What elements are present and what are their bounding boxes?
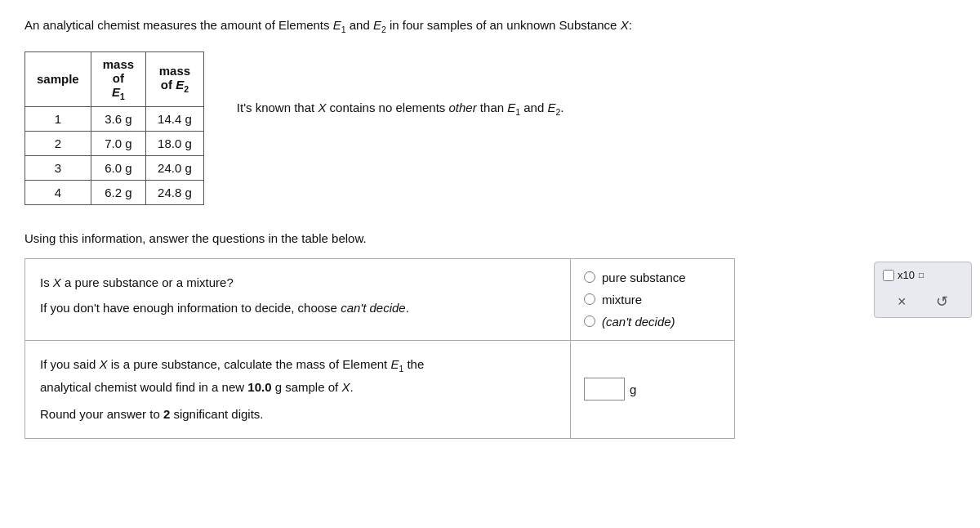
- e1-3: 6.0 g: [91, 155, 145, 180]
- radio-mixture[interactable]: [584, 293, 595, 305]
- cant-decide-label: (can't decide): [602, 315, 675, 329]
- e2-4: 24.8 g: [146, 180, 204, 204]
- table-row: 2 7.0 g 18.0 g: [25, 131, 204, 155]
- x10-text: x10: [898, 269, 915, 281]
- sample-4: 4: [25, 180, 91, 204]
- question-row-1: Is X a pure substance or a mixture? If y…: [24, 258, 735, 341]
- question-2-text: If you said X is a pure substance, calcu…: [25, 341, 571, 438]
- option-pure-substance[interactable]: pure substance: [584, 271, 721, 284]
- using-text: Using this information, answer the quest…: [24, 231, 956, 245]
- question-1-text: Is X a pure substance or a mixture? If y…: [25, 259, 571, 340]
- sample-2: 2: [25, 131, 91, 155]
- option-mixture[interactable]: mixture: [584, 293, 721, 307]
- x10-checkbox[interactable]: [883, 270, 894, 281]
- table-row: 1 3.6 g 14.4 g: [25, 106, 204, 131]
- radio-pure-substance[interactable]: [584, 271, 595, 283]
- e1-1: 3.6 g: [91, 106, 145, 131]
- e2-3: 24.0 g: [146, 155, 204, 180]
- col-header-e1: massofE1: [91, 51, 145, 106]
- data-table: sample massofE1 massof E2 1 3.6 g 14.4 g…: [24, 51, 204, 205]
- question-2-answer: g: [571, 341, 734, 438]
- side-panel: x10 □ × ↺: [874, 262, 972, 318]
- sample-3: 3: [25, 155, 91, 180]
- col-header-e2: massof E2: [146, 51, 204, 106]
- data-table-wrapper: sample massofE1 massof E2 1 3.6 g 14.4 g…: [24, 51, 204, 205]
- question-1-options: pure substance mixture (can't decide): [571, 259, 734, 340]
- question-row-2: If you said X is a pure substance, calcu…: [24, 341, 735, 439]
- pure-substance-label: pure substance: [602, 271, 686, 284]
- intro-text: An analytical chemist measures the amoun…: [24, 16, 956, 37]
- table-row: 4 6.2 g 24.8 g: [25, 180, 204, 204]
- x10-row: x10 □: [883, 269, 963, 281]
- answer-input[interactable]: [584, 378, 625, 400]
- sample-1: 1: [25, 106, 91, 131]
- table-row: 3 6.0 g 24.0 g: [25, 155, 204, 180]
- option-cant-decide[interactable]: (can't decide): [584, 315, 721, 329]
- e1-2: 7.0 g: [91, 131, 145, 155]
- side-panel-buttons: × ↺: [883, 293, 963, 311]
- col-header-sample: sample: [25, 51, 91, 106]
- close-button[interactable]: ×: [898, 293, 906, 311]
- e2-1: 14.4 g: [146, 106, 204, 131]
- x10-superscript: □: [919, 271, 924, 280]
- radio-cant-decide[interactable]: [584, 315, 595, 327]
- e1-4: 6.2 g: [91, 180, 145, 204]
- e2-2: 18.0 g: [146, 131, 204, 155]
- undo-button[interactable]: ↺: [936, 293, 948, 311]
- unit-label: g: [630, 383, 636, 396]
- mixture-label: mixture: [602, 293, 642, 307]
- known-info: It's known that X contains no elements o…: [237, 101, 564, 117]
